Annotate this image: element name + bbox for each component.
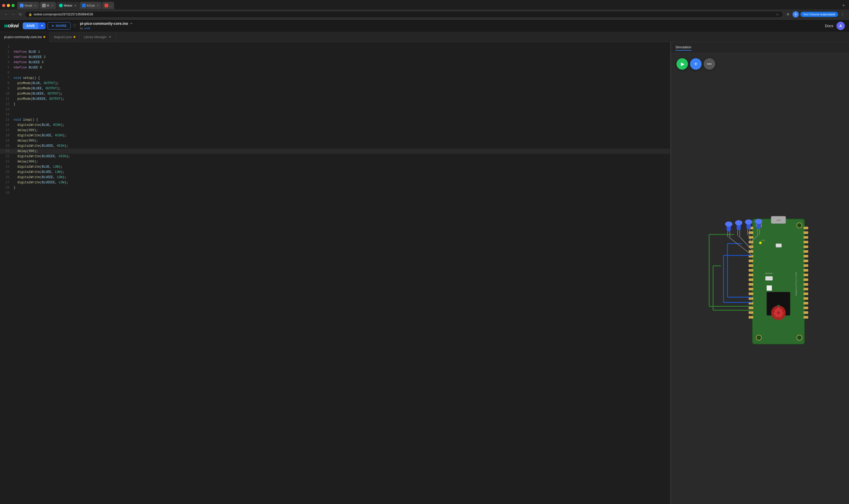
simulation-content: ▶ + •••: [671, 53, 849, 504]
circuit-svg: USB LED BOOTSEL: [671, 53, 849, 504]
tab-diagram-modified-dot: [73, 36, 75, 38]
chrome-menu-btn[interactable]: ⋮: [839, 11, 846, 18]
project-name-row: pi-pico-community-core.ino ✏: [80, 21, 825, 25]
svg-point-46: [775, 313, 779, 317]
share-icon: ➤: [52, 24, 54, 28]
code-line-1: 1: [0, 44, 670, 49]
close-window-btn[interactable]: [2, 4, 5, 7]
tab-close-wokwi[interactable]: ✕: [74, 4, 76, 7]
browser-actions: ⚙ A Yeni Chrome kullanılabilir ⋮: [785, 11, 846, 18]
project-author-link[interactable]: urish: [84, 26, 90, 30]
docs-link[interactable]: Docs: [825, 24, 833, 28]
code-line-23: 23 delay(900);: [0, 159, 670, 164]
minimize-window-btn[interactable]: [7, 4, 10, 7]
save-dropdown-button[interactable]: ▼: [38, 22, 46, 29]
svg-rect-9: [749, 269, 753, 272]
tab-close-3[interactable]: ✕: [97, 4, 99, 7]
code-line-21: 21 delay(900);: [0, 149, 670, 154]
tab-ino-label: pi-pico-community-core.ino: [4, 35, 42, 39]
browser-tabs: Gmail ✕ M ✕ Wokwi ✕ KiCad ✕ ...: [17, 2, 840, 9]
tab-favicon-wokwi: [59, 4, 63, 7]
address-bar[interactable]: 🔒 wokwi.com/projects/297322571959894536 …: [24, 11, 783, 18]
edit-project-name-icon[interactable]: ✏: [130, 22, 133, 25]
fullscreen-window-btn[interactable]: [12, 4, 15, 7]
svg-rect-22: [803, 236, 808, 239]
code-line-16: 16 digitalWrite(BLUE, HIGH);: [0, 123, 670, 128]
pico-led-label: LED: [761, 239, 765, 241]
play-simulation-button[interactable]: ▶: [676, 58, 688, 70]
project-name-text: pi-pico-community-core.ino: [80, 21, 128, 25]
browser-tab-wokwi[interactable]: Wokwi ✕: [56, 2, 79, 9]
code-line-2: 2 #define BLUE 1: [0, 49, 670, 55]
extensions-btn[interactable]: ⚙: [785, 11, 791, 18]
code-line-25: 25 digitalWrite(BLUEE, LOW);: [0, 169, 670, 175]
svg-rect-31: [803, 278, 808, 281]
svg-rect-37: [803, 307, 808, 309]
more-options-button[interactable]: •••: [704, 58, 715, 70]
back-button[interactable]: ←: [3, 12, 9, 17]
simulation-header: Simulation: [671, 42, 849, 53]
address-bar-row: ← → ↻ 🔒 wokwi.com/projects/2973225719598…: [0, 10, 849, 19]
tab-dropdown-icon[interactable]: ▼: [109, 36, 111, 38]
reload-button[interactable]: ↻: [18, 12, 23, 17]
tab-favicon-3: [82, 4, 86, 7]
svg-rect-29: [803, 269, 808, 272]
browser-tab-1[interactable]: Gmail ✕: [17, 2, 39, 9]
pico-crystal: [776, 244, 782, 247]
svg-rect-13: [749, 288, 753, 290]
new-tab-button[interactable]: +: [841, 3, 847, 8]
svg-rect-38: [803, 311, 808, 314]
favorite-button[interactable]: ♡: [73, 23, 77, 29]
code-line-12: 12 }: [0, 102, 670, 107]
tab-diagram[interactable]: diagram.json: [50, 32, 80, 42]
tab-bar: Gmail ✕ M ✕ Wokwi ✕ KiCad ✕ ...: [0, 0, 849, 10]
add-component-button[interactable]: +: [690, 58, 701, 70]
browser-tab-3[interactable]: KiCad ✕: [80, 2, 101, 9]
tab-library-manager[interactable]: Library Manager ▼: [80, 32, 116, 42]
simulation-panel: Simulation ▶ + •••: [671, 42, 849, 504]
bookmark-icon[interactable]: ☆: [776, 12, 779, 16]
user-avatar[interactable]: A: [836, 22, 845, 30]
pico-bootsel: [765, 276, 773, 281]
browser-tab-4[interactable]: ...: [102, 2, 114, 9]
address-text: wokwi.com/projects/297322571959894536: [34, 13, 774, 16]
svg-rect-30: [803, 274, 808, 276]
code-line-26: 26 digitalWrite(BLUEEE, LOW);: [0, 175, 670, 180]
project-author-row: by urish: [80, 25, 825, 30]
wokwi-header: wokwi SAVE ▼ ➤ SHARE ♡ pi-pico-community…: [0, 20, 849, 32]
code-editor[interactable]: 1 2 #define BLUE 1 3 #define BLUEEEE 2 4…: [0, 42, 670, 504]
svg-rect-19: [749, 316, 753, 319]
svg-point-68: [755, 219, 762, 224]
forward-button[interactable]: →: [11, 12, 16, 17]
share-button[interactable]: ➤ SHARE: [48, 22, 71, 30]
code-area[interactable]: 1 2 #define BLUE 1 3 #define BLUEEEE 2 4…: [0, 42, 670, 504]
code-line-28: 28 }: [0, 185, 670, 191]
svg-rect-26: [803, 255, 808, 257]
led-2: [735, 220, 742, 236]
chrome-update-button[interactable]: Yeni Chrome kullanılabilir: [800, 12, 838, 17]
simulation-tab[interactable]: Simulation: [675, 44, 691, 51]
simulation-controls: ▶ + •••: [676, 58, 715, 70]
code-line-11: 11 pinMode(BLUEEEE, OUTPUT);: [0, 96, 670, 102]
project-by-label: by: [80, 26, 83, 30]
tab-close-2[interactable]: ✕: [51, 4, 53, 7]
code-line-17: 17 delay(900);: [0, 128, 670, 133]
code-line-10: 10 pinMode(BLUEEE, OUTPUT);: [0, 91, 670, 96]
code-line-27: 27 digitalWrite(BLUEEEE, LOW);: [0, 180, 670, 185]
tab-close-1[interactable]: ✕: [34, 4, 36, 7]
code-line-3: 3 #define BLUEEEE 2: [0, 55, 670, 60]
tab-ino[interactable]: pi-pico-community-core.ino: [0, 32, 50, 42]
svg-rect-17: [749, 307, 753, 309]
save-button[interactable]: SAVE: [23, 22, 38, 29]
svg-rect-14: [749, 292, 753, 295]
svg-rect-1: [749, 231, 753, 234]
svg-rect-20: [803, 227, 808, 229]
profile-btn[interactable]: A: [793, 11, 799, 18]
circuit-area: USB LED BOOTSEL: [671, 53, 849, 504]
wokwi-logo: wokwi: [4, 23, 19, 29]
browser-tab-2[interactable]: M ✕: [39, 2, 56, 9]
svg-point-58: [735, 220, 742, 226]
pico-bootsel-label: BOOTSEL: [765, 273, 773, 274]
wokwi-app: wokwi SAVE ▼ ➤ SHARE ♡ pi-pico-community…: [0, 20, 849, 504]
svg-rect-28: [803, 264, 808, 267]
